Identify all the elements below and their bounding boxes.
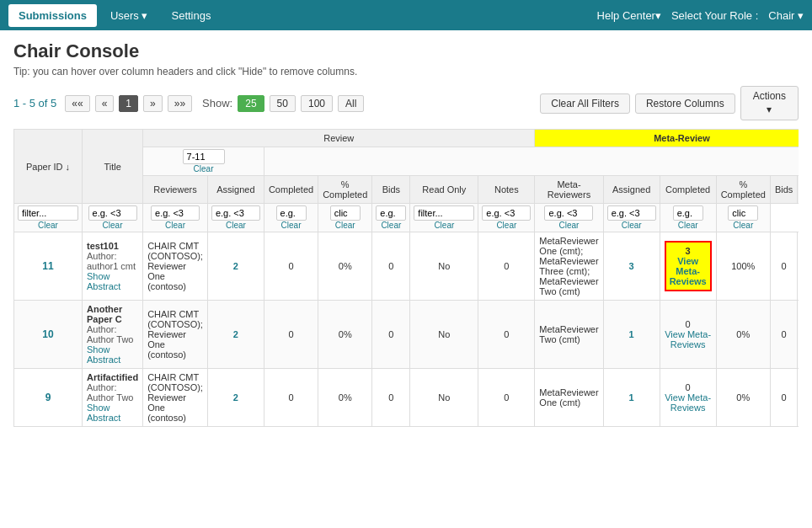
col-header-meta-assigned: Assigned	[603, 176, 660, 204]
filter-completed[interactable]: Clear	[143, 204, 208, 232]
filter-meta-bids-input[interactable]	[673, 205, 703, 221]
filter-meta-bids[interactable]: Clear	[660, 204, 716, 232]
cell-notes: 0	[478, 232, 535, 301]
filter-assigned[interactable]: Clear	[83, 204, 143, 232]
filter-reviewers[interactable]: Clear	[14, 204, 83, 232]
actions-button[interactable]: Actions ▾	[740, 86, 799, 120]
filter-bids-input[interactable]	[276, 205, 307, 221]
filter-pct-completed[interactable]: Clear	[207, 204, 264, 232]
cell-meta-completed: 0View Meta-Reviews	[660, 369, 716, 427]
pager-last-button[interactable]: »»	[168, 95, 192, 112]
filter-row-spacer	[264, 147, 799, 176]
filter-meta-read-only-clear[interactable]: Clear	[720, 221, 767, 230]
filter-meta-read-only-input[interactable]	[728, 205, 758, 221]
show-all-button[interactable]: All	[338, 95, 364, 112]
highlighted-meta-completed: 3View Meta-Reviews	[665, 241, 712, 291]
filter-meta-assigned-clear[interactable]: Clear	[482, 221, 531, 230]
filter-meta-pct[interactable]: Clear	[603, 204, 660, 232]
cell-meta-pct: 0%	[716, 301, 770, 369]
pager-prev-button[interactable]: «	[95, 95, 115, 112]
cell-title: Artifactified Author: Author Two Show Ab…	[83, 369, 143, 427]
show-25-button[interactable]: 25	[238, 95, 264, 112]
toolbar: 1 - 5 of 5 «« « 1 » »» Show: 25 50 100 A…	[13, 86, 799, 120]
pager-page-button[interactable]: 1	[119, 95, 138, 112]
filter-completed-clear[interactable]: Clear	[147, 221, 204, 230]
filter-assigned-input[interactable]	[88, 205, 137, 221]
nav-submissions[interactable]: Submissions	[8, 4, 97, 27]
filter-meta-assigned-input[interactable]	[482, 205, 531, 221]
view-meta-reviews-link[interactable]: View Meta-Reviews	[665, 329, 712, 349]
nav-help-center[interactable]: Help Center▾	[597, 9, 661, 22]
paper-id-value[interactable]: 11	[42, 260, 53, 272]
show-100-button[interactable]: 100	[301, 95, 333, 112]
group-header-review: Review	[143, 130, 535, 147]
cell-meta-completed: 0View Meta-Reviews	[660, 301, 716, 369]
show-50-button[interactable]: 50	[270, 95, 296, 112]
actions-arrow-icon: ▾	[767, 104, 772, 117]
filter-id-input[interactable]	[183, 149, 225, 164]
filter-notes-clear[interactable]: Clear	[376, 221, 406, 230]
nav-settings[interactable]: Settings	[161, 4, 221, 27]
cell-read-only: No	[410, 232, 478, 301]
cell-assigned: 2	[207, 301, 264, 369]
filter-id-clear[interactable]: Clear	[147, 164, 260, 173]
filter-bids[interactable]: Clear	[264, 204, 318, 232]
filter-bids-clear[interactable]: Clear	[268, 221, 314, 230]
col-header-meta-completed: Completed	[660, 176, 716, 204]
paper-author-value: Author: author1 cmt	[87, 251, 136, 271]
group-header-metareview: Meta-Review	[535, 130, 799, 147]
cell-title: Another Paper C Author: Author Two Show …	[83, 301, 143, 369]
col-header-assigned: Assigned	[207, 176, 264, 204]
paper-author-value: Author: Author Two	[87, 324, 133, 344]
show-abstract-link[interactable]: Show Abstract	[87, 403, 138, 423]
cell-assigned: 2	[207, 369, 264, 427]
col-header-meta-bids: Bids	[770, 176, 797, 204]
filter-id-range[interactable]: Clear	[143, 147, 264, 176]
filter-meta-completed-clear[interactable]: Clear	[538, 221, 599, 230]
filter-notes[interactable]: Clear	[372, 204, 410, 232]
filter-pct-completed-input[interactable]	[211, 205, 260, 221]
filter-pct-clear[interactable]: Clear	[211, 221, 260, 230]
filter-completed-input[interactable]	[151, 205, 200, 221]
pager-next-button[interactable]: »	[143, 95, 163, 112]
filter-read-only-clear[interactable]: Clear	[322, 221, 368, 230]
col-header-bids: Bids	[372, 176, 410, 204]
filter-meta-completed[interactable]: Clear	[535, 204, 603, 232]
filter-reviewers-clear[interactable]: Clear	[18, 221, 78, 230]
paper-id-value[interactable]: 10	[42, 328, 53, 340]
filter-assigned-clear[interactable]: Clear	[86, 221, 139, 230]
pager-first-button[interactable]: ««	[65, 95, 89, 112]
clear-all-filters-button[interactable]: Clear All Filters	[540, 93, 630, 114]
cell-meta-pct: 0%	[716, 369, 770, 427]
restore-columns-button[interactable]: Restore Columns	[635, 93, 735, 114]
nav-users[interactable]: Users ▾	[100, 4, 158, 27]
filter-notes-input[interactable]	[376, 205, 406, 221]
filter-meta-bids-clear[interactable]: Clear	[664, 221, 713, 230]
filter-meta-pct-clear[interactable]: Clear	[607, 221, 656, 230]
view-meta-reviews-link[interactable]: View Meta-Reviews	[670, 256, 707, 286]
show-abstract-link[interactable]: Show Abstract	[87, 344, 138, 365]
cell-pct-completed: 0%	[318, 301, 372, 369]
filter-read-only[interactable]: Clear	[318, 204, 372, 232]
filter-meta-read-only[interactable]: Clear	[716, 204, 770, 232]
col-header-meta-reviewers: Meta-Reviewers	[535, 176, 603, 204]
nav-chair-dropdown[interactable]: Chair ▾	[768, 9, 804, 22]
show-label: Show:	[202, 97, 232, 109]
view-meta-reviews-link[interactable]: View Meta-Reviews	[665, 392, 712, 413]
filter-reviewers-input[interactable]	[18, 205, 78, 221]
filter-meta-reviewers-clear[interactable]: Clear	[414, 221, 474, 230]
cell-meta-reviewers: MetaReviewer One (cmt); MetaReviewer Thr…	[535, 232, 603, 301]
cell-meta-reviewers: MetaReviewer One (cmt)	[535, 369, 603, 427]
cell-bids: 0	[372, 301, 410, 369]
filter-meta-assigned[interactable]: Clear	[478, 204, 535, 232]
navbar: Submissions Users ▾ Settings Help Center…	[0, 0, 812, 30]
filter-meta-pct-input[interactable]	[607, 205, 656, 221]
filter-meta-reviewers-input[interactable]	[414, 205, 474, 221]
cell-bids: 0	[372, 369, 410, 427]
cell-pct-completed: 0%	[318, 232, 372, 301]
show-abstract-link[interactable]: Show Abstract	[87, 271, 138, 291]
filter-meta-reviewers[interactable]: Clear	[410, 204, 478, 232]
filter-read-only-input[interactable]	[330, 205, 361, 221]
paper-id-value[interactable]: 9	[45, 392, 51, 403]
filter-meta-completed-input[interactable]	[544, 205, 593, 221]
